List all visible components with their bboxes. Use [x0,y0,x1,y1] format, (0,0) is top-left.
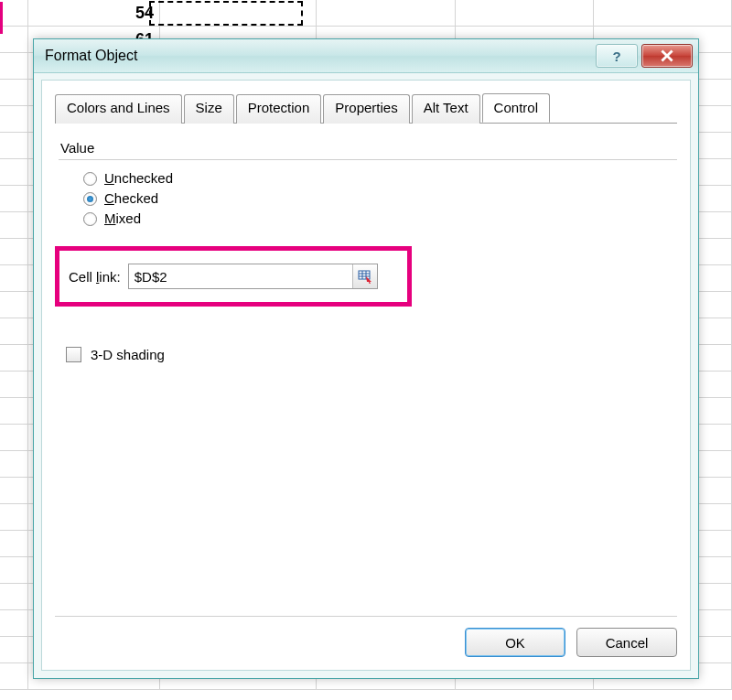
radio-mixed-input[interactable] [83,212,97,226]
dialog-titlebar[interactable]: Format Object ? [34,39,698,73]
tab-protection[interactable]: Protection [236,94,322,124]
ok-button[interactable]: OK [465,628,565,657]
radio-checked[interactable]: Checked [79,189,677,206]
cancel-button[interactable]: Cancel [576,628,677,657]
cell-link-highlight: Cell link: [55,246,412,307]
row-header-edge [0,2,3,34]
dialog-title: Format Object [45,48,592,64]
tab-control[interactable]: Control [482,93,550,123]
help-icon: ? [612,48,620,64]
tab-colors-and-lines[interactable]: Colors and Lines [55,94,182,124]
value-group-separator [59,159,677,160]
range-picker-icon [358,269,372,284]
radio-unchecked-input[interactable] [83,172,97,186]
cell-link-label: Cell link: [69,269,121,285]
format-object-dialog: Format Object ? Colors and Lines Size Pr… [33,38,699,679]
value-group-label: Value [60,140,677,156]
help-button[interactable]: ? [596,44,638,68]
radio-checked-input[interactable] [83,192,97,206]
tab-strip: Colors and Lines Size Protection Propert… [55,93,677,124]
radio-unchecked[interactable]: Unchecked [79,169,677,186]
tab-properties[interactable]: Properties [323,94,409,124]
svg-rect-0 [359,271,370,279]
close-button[interactable] [641,44,693,68]
selected-cell-outline [149,1,303,26]
close-icon [661,49,673,62]
cell-link-input[interactable] [129,264,352,288]
cell-link-field [128,264,378,289]
footer-separator [55,616,677,617]
dialog-body: Colors and Lines Size Protection Propert… [41,80,691,671]
shading-checkbox[interactable]: 3-D shading [66,347,677,362]
tab-alt-text[interactable]: Alt Text [412,94,480,124]
range-picker-button[interactable] [352,264,377,288]
tab-size[interactable]: Size [184,94,234,124]
shading-checkbox-box[interactable] [66,347,81,362]
radio-mixed[interactable]: Mixed [79,210,677,226]
cell-value[interactable]: 54 [28,0,160,27]
dialog-footer: OK Cancel [465,628,677,657]
